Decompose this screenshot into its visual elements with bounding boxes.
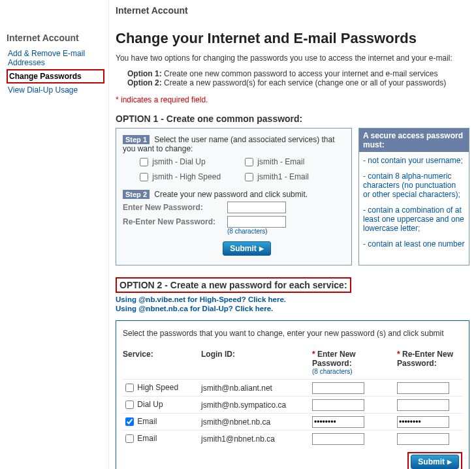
option1-submit-button[interactable]: Submit▶ [223, 241, 271, 256]
reenter-password-input[interactable] [397, 399, 449, 411]
password-rule: - contain a combination of at least one … [363, 205, 465, 233]
service-name: Email [137, 434, 157, 443]
new-password-input[interactable] [312, 433, 364, 445]
password-rules-panel: A secure access password must: - not con… [358, 128, 469, 265]
option1-label: Option 1: [127, 69, 162, 78]
option1-heading: OPTION 1 - Create one common password: [116, 113, 469, 124]
password-rule: - not contain your username; [363, 156, 465, 165]
sidebar-heading: Internet Account [7, 33, 104, 43]
service-checkbox-email[interactable] [125, 417, 134, 426]
account-checkbox-email[interactable] [245, 158, 253, 166]
account-label: jsmith - High Speed [152, 172, 221, 181]
services-table: Service: Login ID: * Enter New Password:… [123, 350, 462, 447]
required-field-note: * indicates a required field. [116, 95, 469, 104]
password-rule: - contain at least one number [363, 239, 465, 249]
reenter-password-input[interactable] [397, 416, 449, 428]
login-id: jsmith@nb.sympatico.ca [201, 397, 312, 414]
option1-panel: Step 1 Select the user name (and associa… [116, 128, 352, 265]
col-login: Login ID: [201, 350, 312, 380]
service-name: Dial Up [137, 400, 163, 409]
sidebar-item-change-passwords[interactable]: Change Passwords [7, 69, 104, 83]
account-label: jsmith - Dial Up [152, 157, 205, 166]
sidebar-item-add-remove-email[interactable]: Add & Remove E-mail Addresses [7, 47, 104, 69]
service-name: Email [137, 417, 157, 426]
options-intro: Option 1: Create one new common password… [127, 69, 469, 87]
password-rules-heading: A secure access password must: [359, 129, 469, 152]
highspeed-alt-link[interactable]: Using @nb.vibe.net for High-Speed? Click… [116, 295, 469, 303]
reenter-password-label: Re-Enter New Password: [123, 217, 227, 226]
option2-heading: OPTION 2 - Create a new password for eac… [119, 280, 347, 290]
col-service: Service: [123, 350, 201, 380]
login-id: jsmith1@nbnet.nb.ca [201, 431, 312, 447]
account-label: jsmith - Email [257, 157, 304, 166]
sidebar: Internet Account Add & Remove E-mail Add… [0, 0, 109, 469]
table-row: High Speed jsmith@nb.aliant.net [123, 380, 462, 397]
triangle-right-icon: ▶ [259, 245, 264, 252]
account-checkbox-highspeed[interactable] [140, 173, 148, 181]
page-title: Change your Internet and E-mail Password… [116, 30, 469, 47]
service-checkbox-dialup[interactable] [125, 401, 134, 409]
step2-text: Create your new password and click submi… [152, 190, 308, 199]
account-checkbox-email2[interactable] [245, 173, 253, 181]
service-name: High Speed [137, 383, 178, 392]
account-checkbox-dialup[interactable] [140, 158, 148, 166]
new-password-input[interactable] [312, 382, 364, 394]
submit-label: Submit [230, 244, 257, 253]
login-id: jsmith@nb.aliant.net [201, 380, 312, 397]
option2-label: Option 2: [127, 78, 162, 87]
step2-badge: Step 2 [123, 190, 150, 199]
option2-panel: Select the passwords that you want to ch… [116, 320, 469, 469]
main-content: Internet Account Change your Internet an… [109, 0, 476, 469]
enter-password-input[interactable] [227, 202, 286, 213]
table-row: Email jsmith@nbnet.nb.ca [123, 414, 462, 431]
submit-label: Submit [418, 457, 445, 466]
password-rule: - contain 8 alpha-numeric characters (no… [363, 172, 465, 199]
enter-password-label: Enter New Password: [123, 203, 227, 212]
service-checkbox-highspeed[interactable] [125, 384, 134, 392]
new-password-input[interactable] [312, 399, 364, 411]
step1-text: Select the user name (and associated ser… [123, 135, 335, 153]
col-reenter-pw: * Re-Enter New Password: [397, 350, 462, 380]
triangle-right-icon: ▶ [447, 459, 452, 465]
sidebar-item-view-dialup-usage[interactable]: View Dial-Up Usage [7, 83, 104, 97]
char-hint: (8 characters) [227, 228, 345, 235]
new-password-input[interactable] [312, 416, 364, 428]
intro-text: You have two options for changing the pa… [116, 53, 469, 63]
login-id: jsmith@nbnet.nb.ca [201, 414, 312, 431]
service-checkbox-email2[interactable] [125, 434, 134, 443]
option2-submit-button[interactable]: Submit▶ [411, 455, 459, 469]
col-new-pw: * Enter New Password: (8 characters) [312, 350, 397, 380]
breadcrumb: Internet Account [116, 5, 469, 16]
option2-intro: Select the passwords that you want to ch… [123, 329, 462, 338]
step1-badge: Step 1 [123, 135, 150, 144]
dialup-alt-link[interactable]: Using @nbnet.nb.ca for Dial-Up? Click he… [116, 305, 469, 312]
option2-desc: Create a new password(s) for each servic… [162, 78, 447, 87]
account-label: jsmith1 - Email [257, 172, 309, 181]
reenter-password-input[interactable] [397, 433, 449, 445]
option1-desc: Create one new common password to access… [162, 69, 438, 78]
table-row: Email jsmith1@nbnet.nb.ca [123, 431, 462, 447]
reenter-password-input[interactable] [397, 382, 449, 394]
table-row: Dial Up jsmith@nb.sympatico.ca [123, 397, 462, 414]
reenter-password-input[interactable] [227, 216, 286, 228]
